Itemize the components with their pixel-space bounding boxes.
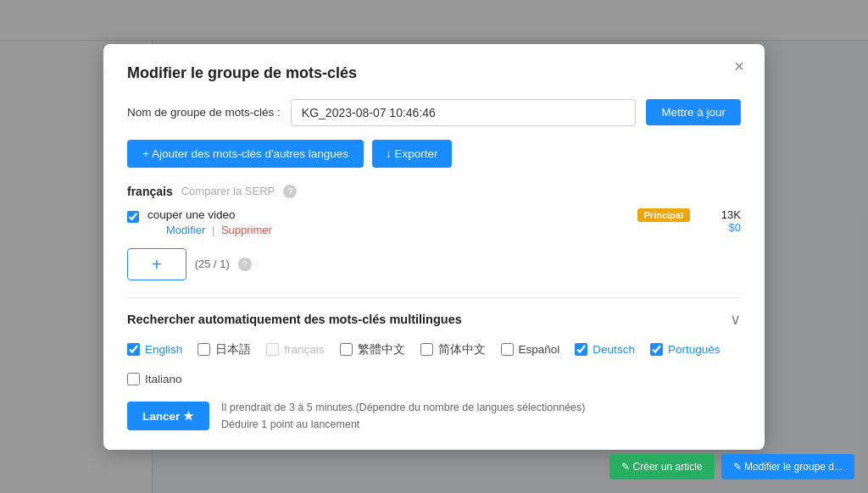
lang-option-english[interactable]: English — [127, 343, 182, 356]
lang-option-spanish[interactable]: Español — [501, 343, 560, 356]
lang-option-portuguese[interactable]: Português — [650, 343, 721, 356]
keyword-volume: 13K — [698, 208, 741, 221]
lang-checkbox-french[interactable] — [266, 343, 279, 356]
keyword-actions: Modifier | Supprimer — [166, 224, 690, 236]
lang-label-spanish: Español — [519, 343, 560, 356]
lang-label-trad-chinese: 繁體中文 — [358, 342, 405, 357]
lang-label-english: English — [145, 343, 182, 356]
lang-label-italian: Italiano — [145, 373, 182, 385]
principal-badge: Principal — [637, 208, 690, 222]
lang-checkbox-portuguese[interactable] — [650, 343, 663, 356]
update-button[interactable]: Mettre à jour — [646, 99, 741, 125]
keyword-delete-link[interactable]: Supprimer — [221, 224, 272, 236]
action-row: + Ajouter des mots-clés d'autres langues… — [127, 140, 741, 168]
lang-option-trad-chinese[interactable]: 繁體中文 — [340, 342, 405, 357]
modify-group-button[interactable]: ✎ Modifier le groupe d... — [721, 454, 854, 479]
launch-info-line2: Déduire 1 point au lancement — [221, 416, 585, 433]
lang-checkbox-simp-chinese[interactable] — [420, 343, 433, 356]
add-keyword-button[interactable]: + — [127, 248, 186, 280]
language-name: français — [127, 185, 173, 198]
multilang-section: Rechercher automatiquement des mots-clés… — [127, 297, 741, 433]
lang-label-japanese: 日本語 — [215, 342, 251, 357]
keyword-separator: | — [212, 224, 214, 236]
field-row: Nom de groupe de mots-clés : Mettre à jo… — [127, 99, 741, 126]
lang-checkbox-trad-chinese[interactable] — [340, 343, 353, 356]
add-keyword-row: + (25 / 1) ? — [127, 248, 741, 280]
lang-label-french: français — [284, 343, 324, 356]
serp-help-icon[interactable]: ? — [283, 185, 297, 198]
lang-option-simp-chinese[interactable]: 简体中文 — [420, 342, 486, 357]
lang-option-french[interactable]: français — [266, 343, 324, 356]
language-header: français Comparer la SERP ? — [127, 185, 741, 198]
background-bottom-buttons: ✎ Créer un article ✎ Modifier le groupe … — [609, 454, 854, 479]
lang-option-japanese[interactable]: 日本語 — [198, 342, 251, 357]
multilang-title: Rechercher automatiquement des mots-clés… — [127, 313, 462, 326]
keyword-info: couper une video Principal Modifier | Su… — [147, 208, 690, 236]
modal-overlay: Modifier le groupe de mots-clés × Nom de… — [0, 0, 868, 493]
lang-label-german: Deutsch — [593, 343, 635, 356]
field-label: Nom de groupe de mots-clés : — [127, 106, 281, 119]
lang-label-simp-chinese: 简体中文 — [438, 342, 486, 357]
language-options: English 日本語 français 繁體中文 — [127, 342, 741, 385]
counter-help-icon[interactable]: ? — [238, 258, 252, 271]
lang-checkbox-german[interactable] — [575, 343, 587, 356]
language-section: français Comparer la SERP ? couper une v… — [127, 185, 741, 236]
keyword-stats: 13K $0 — [698, 208, 741, 234]
keyword-text: couper une video — [147, 208, 629, 221]
chevron-down-icon: ∨ — [730, 310, 741, 329]
keyword-counter: (25 / 1) — [195, 258, 230, 270]
keyword-checkbox[interactable] — [127, 211, 139, 223]
keyword-edit-link[interactable]: Modifier — [166, 224, 205, 236]
modal-dialog: Modifier le groupe de mots-clés × Nom de… — [103, 44, 765, 450]
modal-title: Modifier le groupe de mots-clés — [127, 64, 741, 82]
keyword-cost: $0 — [698, 221, 741, 234]
create-article-button[interactable]: ✎ Créer un article — [609, 454, 714, 479]
launch-row: Lancer ★ Il prendrait de 3 à 5 minutes.(… — [127, 399, 741, 433]
lang-option-italian[interactable]: Italiano — [127, 373, 182, 385]
add-multilang-keywords-button[interactable]: + Ajouter des mots-clés d'autres langues — [127, 140, 364, 168]
lang-checkbox-japanese[interactable] — [198, 343, 210, 356]
lang-checkbox-english[interactable] — [127, 343, 140, 356]
lang-checkbox-italian[interactable] — [127, 373, 140, 385]
launch-button[interactable]: Lancer ★ — [127, 402, 209, 430]
keyword-group-name-input[interactable] — [291, 99, 636, 126]
serp-compare-link[interactable]: Comparer la SERP — [181, 185, 275, 197]
launch-info-line1: Il prendrait de 3 à 5 minutes.(Dépendre … — [221, 399, 585, 416]
lang-label-portuguese: Português — [668, 343, 721, 356]
export-button[interactable]: ↓ Exporter — [372, 140, 452, 168]
close-button[interactable]: × — [729, 56, 749, 76]
lang-option-german[interactable]: Deutsch — [575, 343, 635, 356]
lang-checkbox-spanish[interactable] — [501, 343, 514, 356]
keyword-row: couper une video Principal Modifier | Su… — [127, 208, 741, 236]
keyword-text-row: couper une video Principal — [147, 208, 690, 222]
multilang-header[interactable]: Rechercher automatiquement des mots-clés… — [127, 310, 741, 329]
launch-info: Il prendrait de 3 à 5 minutes.(Dépendre … — [221, 399, 585, 433]
